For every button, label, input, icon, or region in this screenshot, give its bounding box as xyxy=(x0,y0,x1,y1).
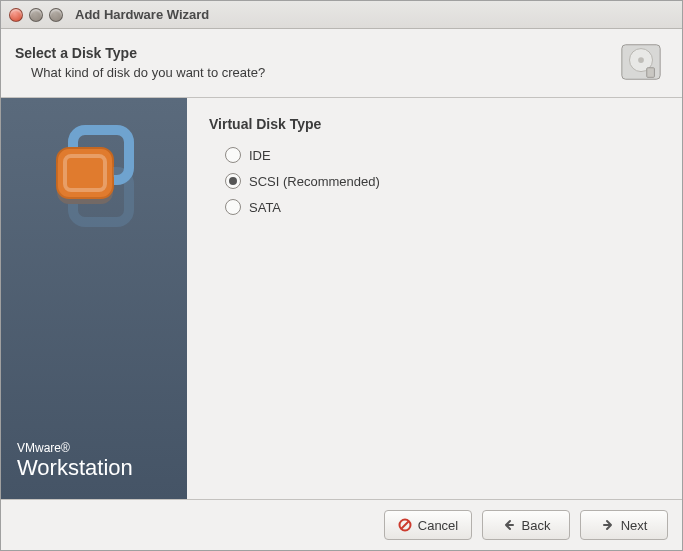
radio-icon xyxy=(225,199,241,215)
disk-type-option-scsi[interactable]: SCSI (Recommended) xyxy=(209,168,660,194)
wizard-header: Select a Disk Type What kind of disk do … xyxy=(1,29,682,98)
sidebar-logo-wrap xyxy=(1,122,187,272)
disk-type-option-ide[interactable]: IDE xyxy=(209,142,660,168)
wizard-window: Add Hardware Wizard Select a Disk Type W… xyxy=(0,0,683,551)
section-title: Virtual Disk Type xyxy=(209,116,660,132)
cancel-icon xyxy=(398,518,412,532)
wizard-button-bar: Cancel Back Next xyxy=(1,499,682,550)
titlebar: Add Hardware Wizard xyxy=(1,1,682,29)
svg-point-2 xyxy=(638,57,644,63)
back-button[interactable]: Back xyxy=(482,510,570,540)
brand-name-big: Workstation xyxy=(17,455,133,481)
vmware-logo-icon xyxy=(39,122,149,272)
cancel-button[interactable]: Cancel xyxy=(384,510,472,540)
wizard-step-title: Select a Disk Type xyxy=(15,45,265,61)
radio-label: SCSI (Recommended) xyxy=(249,174,380,189)
arrow-right-icon xyxy=(601,518,615,532)
wizard-step-subtitle: What kind of disk do you want to create? xyxy=(31,65,265,80)
svg-rect-3 xyxy=(647,68,655,78)
wizard-sidebar: VMware® Workstation xyxy=(1,98,187,499)
window-close-button[interactable] xyxy=(9,8,23,22)
disk-type-option-sata[interactable]: SATA xyxy=(209,194,660,220)
cancel-label: Cancel xyxy=(418,518,458,533)
window-maximize-button[interactable] xyxy=(49,8,63,22)
svg-rect-8 xyxy=(57,154,113,204)
radio-label: IDE xyxy=(249,148,271,163)
brand-name-small: VMware® xyxy=(17,441,133,455)
window-title: Add Hardware Wizard xyxy=(75,7,209,22)
wizard-header-text: Select a Disk Type What kind of disk do … xyxy=(15,45,265,80)
wizard-content: VMware® Workstation Virtual Disk Type ID… xyxy=(1,98,682,499)
hard-disk-icon xyxy=(618,39,664,85)
wizard-main-pane: Virtual Disk Type IDE SCSI (Recommended)… xyxy=(187,98,682,499)
radio-label: SATA xyxy=(249,200,281,215)
next-button[interactable]: Next xyxy=(580,510,668,540)
window-minimize-button[interactable] xyxy=(29,8,43,22)
svg-line-10 xyxy=(401,522,408,529)
next-label: Next xyxy=(621,518,648,533)
arrow-left-icon xyxy=(502,518,516,532)
radio-icon xyxy=(225,147,241,163)
sidebar-brand: VMware® Workstation xyxy=(17,441,133,481)
back-label: Back xyxy=(522,518,551,533)
radio-icon xyxy=(225,173,241,189)
